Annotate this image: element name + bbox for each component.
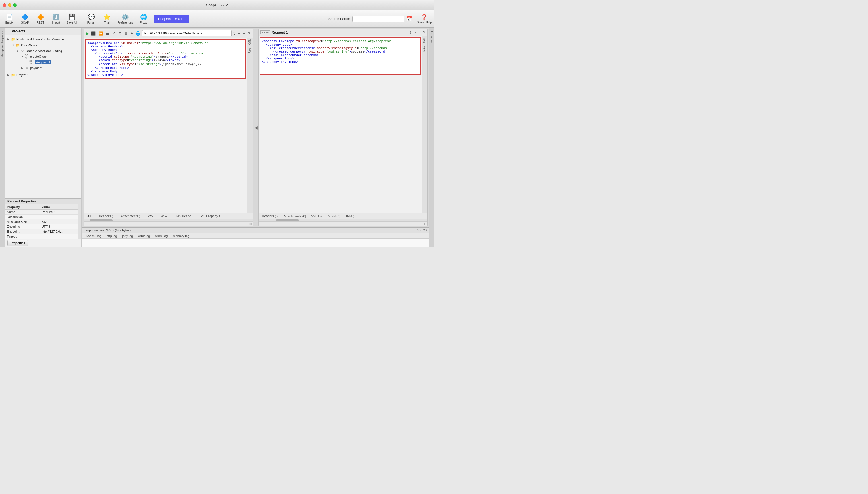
req-tab-jms-header[interactable]: JMS Heade...	[173, 213, 196, 219]
tree-item-createorder[interactable]: ▼ SO AP createOrder	[5, 54, 81, 59]
split-button[interactable]: ⊞	[124, 31, 129, 36]
table-row: Description	[5, 214, 78, 220]
resp-xml-tab[interactable]: XML	[422, 36, 428, 45]
tree-item-soapbinding[interactable]: ▶ ⚙ OrderServiceSoapBinding	[5, 48, 81, 54]
trial-button[interactable]: ⭐ Trial	[100, 12, 114, 25]
log-tab-soapui[interactable]: SoapUI log	[83, 233, 104, 239]
log-tab-memory[interactable]: memory log	[171, 233, 192, 239]
resp-scroll-h[interactable]	[259, 219, 428, 222]
log-tab-wsrm[interactable]: wsrm log	[153, 233, 170, 239]
req-tab-ws2[interactable]: WS-...	[158, 213, 172, 219]
nav-vertical-label[interactable]: Navigator	[1, 45, 4, 57]
sidebar-menu-icon[interactable]: ☰	[7, 29, 11, 33]
response-xml-editor[interactable]: <soapenv:Envelope xmlns:soapenv="http://…	[260, 37, 421, 75]
req-tab-ws[interactable]: WS...	[145, 213, 158, 219]
label-hpsfm: HpsfmBankTransPortTypeService	[16, 38, 64, 41]
properties-header: Request Properties	[5, 199, 81, 204]
resp-raw-tab[interactable]: Raw	[422, 45, 428, 53]
request-xml-editor[interactable]: <soapenv:Envelope xmlns:xsi="http://www.…	[85, 39, 246, 79]
expand-button[interactable]: ⇕	[233, 31, 236, 36]
format-xml-button[interactable]: ≡	[237, 31, 241, 36]
save-all-icon: 💾	[68, 14, 76, 20]
validate-button[interactable]: ✓	[111, 31, 116, 36]
resp-resize-corner[interactable]: ⊞	[424, 222, 426, 226]
url-input[interactable]	[142, 30, 232, 37]
response-side-tabs: XML Raw	[422, 36, 428, 213]
prop-value: 632	[40, 220, 78, 224]
req-tab-au[interactable]: Au...	[85, 213, 96, 219]
xml-tab[interactable]: XML	[248, 38, 253, 46]
table-row: Timeout	[5, 234, 78, 239]
settings-button[interactable]: ⚙	[117, 31, 122, 36]
resp-plus-btn[interactable]: +	[418, 30, 421, 35]
save-all-button[interactable]: 💾 Save All	[64, 12, 79, 25]
soap-button[interactable]: 🔷 SOAP	[18, 12, 32, 25]
maximize-button[interactable]	[13, 3, 17, 7]
proxy-icon: 🌐	[140, 14, 147, 20]
resp-tab-ssl[interactable]: SSL Info	[309, 214, 326, 219]
plus-button[interactable]: +	[242, 31, 246, 36]
run-button[interactable]: ▶	[85, 31, 89, 36]
request-xml-body: <soapenv:Envelope xmlns:xsi="http://www.…	[84, 38, 247, 213]
minimize-button[interactable]	[8, 3, 12, 7]
tree-item-payment[interactable]: ▶ ⚙ payment	[5, 65, 81, 71]
panel-collapse-btn[interactable]: ◀	[254, 29, 258, 226]
request-panel: ▶ ⬛ ⏩ ☰ ✓ ⚙ ⊞ + 🌐 ⇕ ≡ + ?	[83, 29, 253, 226]
insert-button[interactable]: +	[130, 31, 134, 36]
table-row: Message Size632	[5, 220, 78, 224]
resp-format-btn[interactable]: ≡	[414, 30, 417, 35]
label-soapbinding: OrderServiceSoapBinding	[25, 49, 62, 53]
resp-tab-jms[interactable]: JMS (0)	[343, 214, 359, 219]
format-button[interactable]: ☰	[105, 31, 110, 36]
import-button[interactable]: ⬇️ Import	[49, 12, 63, 25]
response-body-area: <soapenv:Envelope xmlns:soapenv="http://…	[259, 36, 428, 213]
tree-item-project1[interactable]: ▶ 📁 Project 1	[5, 72, 81, 78]
resp-expand-btn[interactable]: ⇕	[409, 30, 413, 35]
log-tab-error[interactable]: error log	[136, 233, 152, 239]
req-tab-headers[interactable]: Headers (...	[97, 213, 118, 219]
tree-item-request1[interactable]: SO AP Request 1	[5, 59, 81, 65]
empty-button[interactable]: 📄 Empty	[2, 12, 17, 25]
online-help-area[interactable]: ❓ Online Help	[417, 14, 432, 24]
forum-button[interactable]: 💬 Forum	[84, 12, 98, 25]
req-resize-corner[interactable]: ⊞	[250, 222, 252, 226]
log-tab-jetty[interactable]: jetty log	[120, 233, 136, 239]
table-row: EncodingUTF-8	[5, 224, 78, 229]
req-tab-attachments[interactable]: Attachments (...	[118, 213, 145, 219]
log-tab-http[interactable]: http log	[104, 233, 119, 239]
folder-icon-hpsfm: 📁	[11, 37, 16, 42]
raw-tab[interactable]: Raw	[248, 46, 253, 55]
close-button[interactable]	[3, 3, 6, 7]
prop-key: Message Size	[5, 220, 40, 224]
navigator-tab[interactable]: Inspector Navigator	[0, 27, 5, 247]
op-icon-payment: ⚙	[25, 66, 29, 70]
preferences-button[interactable]: ⚙️ Preferences	[115, 12, 135, 25]
properties-button[interactable]: Properties	[7, 240, 28, 246]
help-req-button[interactable]: ?	[247, 31, 251, 36]
properties-scrollbar[interactable]	[78, 204, 81, 239]
tree-item-hpsfm[interactable]: ▶ 📁 HpsfmBankTransPortTypeService	[5, 37, 81, 42]
response-xml-body: <soapenv:Envelope xmlns:soapenv="http://…	[259, 36, 422, 213]
search-input[interactable]	[353, 16, 404, 22]
response-header: SO AP Request 1 ⇕ ≡ + ?	[259, 29, 428, 36]
stop-button[interactable]: ⬛	[90, 31, 96, 36]
inspector-tab[interactable]: Inspector	[429, 27, 434, 247]
rest-button[interactable]: 🔶 REST	[33, 12, 48, 25]
arrow-hpsfm: ▶	[7, 38, 11, 41]
search-forum-label: Search Forum	[328, 17, 350, 21]
req-tab-jms-prop[interactable]: JMS Property (...	[197, 213, 225, 219]
navigator-label[interactable]: Inspector	[0, 30, 5, 44]
resp-help-btn[interactable]: ?	[422, 30, 426, 35]
resp-tab-attachments[interactable]: Attachments (0)	[281, 214, 309, 219]
proxy-button[interactable]: 🌐 Proxy	[136, 12, 151, 25]
properties-table: Property Value NameRequest 1DescriptionM…	[5, 204, 78, 239]
projects-label: Projects	[12, 29, 25, 33]
resp-tab-headers[interactable]: Headers (6)	[260, 213, 281, 219]
calendar-icon[interactable]: 📅	[407, 16, 412, 21]
resp-tab-wss[interactable]: WSS (0)	[326, 214, 343, 219]
step-button[interactable]: ⏩	[98, 31, 104, 36]
tree-item-orderservice[interactable]: ▼ 📂 OrderService	[5, 42, 81, 48]
req-scroll-h[interactable]	[84, 219, 253, 222]
endpoint-explorer-button[interactable]: Endpoint Explorer	[154, 15, 190, 23]
inspector-label[interactable]: Inspector	[429, 30, 434, 44]
